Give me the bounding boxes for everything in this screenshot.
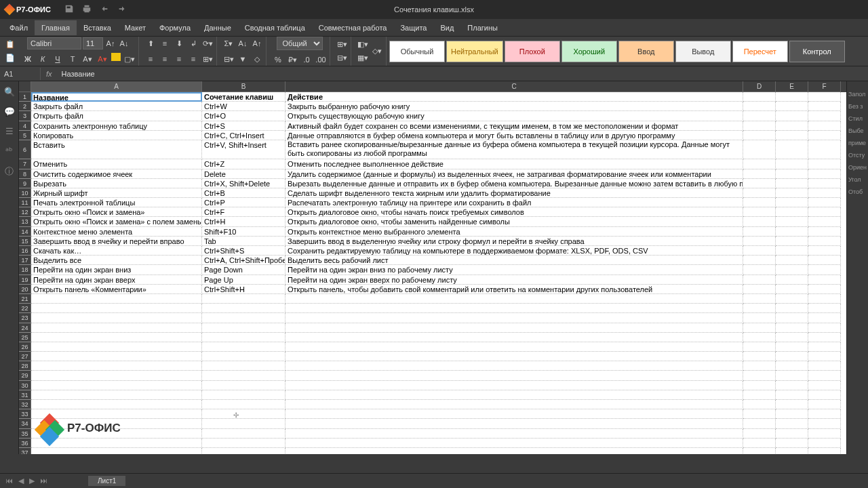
bold-icon[interactable]: Ж xyxy=(22,53,34,65)
cell[interactable]: Открыть панель, чтобы добавить свой комм… xyxy=(285,285,743,294)
cell[interactable]: Page Up xyxy=(202,275,285,285)
cell[interactable]: Жирный шрифт xyxy=(31,188,202,198)
col-header-E[interactable]: E xyxy=(776,81,808,92)
align-left-icon[interactable]: ≡ xyxy=(144,53,157,65)
cell[interactable] xyxy=(202,381,285,390)
cell[interactable]: Закрыть выбранную рабочую книгу xyxy=(285,102,743,111)
cell[interactable] xyxy=(776,121,808,131)
cell[interactable] xyxy=(743,169,776,179)
orient-icon[interactable]: ⟳▾ xyxy=(201,37,214,49)
menu-Совместная работа[interactable]: Совместная работа xyxy=(312,20,394,35)
cell[interactable] xyxy=(808,448,841,454)
formula-input[interactable]: Название xyxy=(58,68,868,80)
save-icon[interactable] xyxy=(64,4,74,15)
style-calc[interactable]: Пересчет xyxy=(732,41,788,62)
row-header[interactable]: 30 xyxy=(19,381,31,390)
cell[interactable]: Активный файл будет сохранен со всеми из… xyxy=(285,121,743,131)
cell[interactable] xyxy=(776,333,808,342)
next-sheet-icon[interactable]: ▶ xyxy=(29,476,35,485)
cell[interactable] xyxy=(808,188,841,198)
cell[interactable] xyxy=(31,381,202,390)
increase-font-icon[interactable]: A↑ xyxy=(104,37,117,49)
cell[interactable] xyxy=(808,227,841,237)
cell[interactable] xyxy=(743,371,776,380)
menu-Данные[interactable]: Данные xyxy=(197,20,238,35)
cell[interactable] xyxy=(743,390,776,400)
cell[interactable] xyxy=(31,304,202,313)
layers-icon[interactable]: ☰ xyxy=(5,126,14,136)
cell[interactable] xyxy=(202,439,285,448)
row-header[interactable]: 13 xyxy=(19,217,31,226)
cell[interactable] xyxy=(285,390,743,400)
cell[interactable] xyxy=(31,352,202,361)
row-header[interactable]: 14 xyxy=(19,227,31,237)
cell[interactable] xyxy=(776,304,808,313)
cell[interactable] xyxy=(743,237,776,246)
cell[interactable]: Данные отправляются в буфер обмена компь… xyxy=(285,131,743,140)
cell[interactable] xyxy=(776,207,808,217)
cell[interactable] xyxy=(31,294,202,304)
cell[interactable]: Открыть контекстное меню выбранного элем… xyxy=(285,227,743,237)
cell[interactable]: Очистить содержимое ячеек xyxy=(31,169,202,179)
style-normal[interactable]: Обычный xyxy=(389,41,445,62)
cell[interactable]: Отменить xyxy=(31,159,202,169)
row-header[interactable]: 9 xyxy=(19,179,31,188)
col-header-F[interactable]: F xyxy=(808,81,841,92)
cell[interactable]: Выделить весь рабочий лист xyxy=(285,256,743,265)
cell[interactable]: Ctrl+F xyxy=(202,207,285,217)
cell[interactable] xyxy=(776,198,808,207)
cell[interactable]: Удалить содержимое (данные и формулы) из… xyxy=(285,169,743,179)
cell[interactable]: Page Down xyxy=(202,265,285,274)
cell[interactable] xyxy=(808,304,841,313)
cell[interactable] xyxy=(776,400,808,409)
cell[interactable] xyxy=(776,92,808,102)
copy-icon[interactable]: 📋 xyxy=(4,39,16,51)
cell[interactable] xyxy=(743,400,776,409)
cell[interactable] xyxy=(743,188,776,198)
cell[interactable]: Открыть диалоговое окно, чтобы начать по… xyxy=(285,207,743,217)
info-icon[interactable]: ⓘ xyxy=(5,165,14,178)
row-header[interactable]: 10 xyxy=(19,188,31,198)
cell[interactable] xyxy=(808,237,841,246)
cell[interactable] xyxy=(743,121,776,131)
row-header[interactable]: 1 xyxy=(19,92,31,102)
cell[interactable] xyxy=(202,323,285,333)
cell[interactable] xyxy=(202,390,285,400)
cell[interactable]: Вставить xyxy=(31,140,202,159)
dec-inc-icon[interactable]: .0 xyxy=(300,54,313,66)
row-header[interactable]: 32 xyxy=(19,400,31,409)
style-output[interactable]: Вывод xyxy=(675,41,731,62)
cell[interactable]: Завершить ввод в ячейку и перейти вправо xyxy=(31,237,202,246)
font-size-select[interactable] xyxy=(83,37,103,49)
cell[interactable] xyxy=(31,371,202,380)
cell[interactable] xyxy=(743,179,776,188)
cell[interactable] xyxy=(31,400,202,409)
cell[interactable] xyxy=(776,237,808,246)
cell[interactable]: Открыть окно «Поиск и замена» xyxy=(31,207,202,217)
cell[interactable] xyxy=(743,275,776,285)
cell[interactable] xyxy=(285,419,743,428)
currency-icon[interactable]: ₽▾ xyxy=(286,54,298,66)
paste-icon[interactable]: 📄 xyxy=(4,52,16,64)
cell[interactable] xyxy=(743,304,776,313)
cell[interactable] xyxy=(776,188,808,198)
cell[interactable] xyxy=(743,333,776,342)
cell-reference[interactable]: A1 xyxy=(0,68,41,80)
cell[interactable]: Вырезать выделенные данные и отправить и… xyxy=(285,179,743,188)
cell[interactable] xyxy=(776,381,808,390)
cell[interactable] xyxy=(743,439,776,448)
cell[interactable] xyxy=(808,265,841,274)
row-header[interactable]: 37 xyxy=(19,448,31,454)
prev-sheet-icon[interactable]: ◀ xyxy=(18,476,24,485)
cell[interactable] xyxy=(808,275,841,285)
cell[interactable]: Ctrl+X, Shift+Delete xyxy=(202,179,285,188)
italic-icon[interactable]: К xyxy=(37,53,49,65)
row-header[interactable]: 16 xyxy=(19,246,31,256)
row-header[interactable]: 27 xyxy=(19,352,31,361)
cell[interactable] xyxy=(808,400,841,409)
style-check[interactable]: Контрол xyxy=(789,41,845,62)
font-color-icon[interactable]: A▾ xyxy=(96,53,108,65)
menu-Плагины[interactable]: Плагины xyxy=(460,20,505,35)
row-header[interactable]: 2 xyxy=(19,102,31,111)
cell[interactable] xyxy=(743,140,776,159)
